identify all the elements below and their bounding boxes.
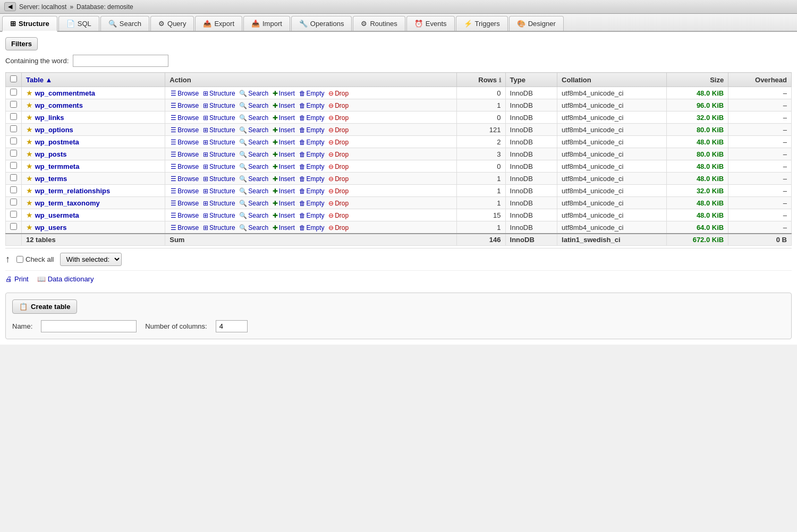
table-name-link-4[interactable]: wp_postmeta bbox=[35, 138, 79, 146]
drop-btn-9[interactable]: ⊖Drop bbox=[327, 200, 350, 207]
search-btn-1[interactable]: 🔍Search bbox=[238, 102, 269, 109]
row-checkbox-3[interactable] bbox=[10, 125, 17, 132]
check-all-label[interactable]: Check all bbox=[16, 255, 54, 263]
star-icon-5[interactable]: ★ bbox=[26, 150, 33, 158]
structure-btn-10[interactable]: ⊞Structure bbox=[202, 212, 236, 219]
insert-btn-2[interactable]: ✚Insert bbox=[272, 114, 296, 122]
drop-btn-7[interactable]: ⊖Drop bbox=[327, 175, 350, 183]
star-icon-0[interactable]: ★ bbox=[26, 89, 33, 97]
structure-btn-9[interactable]: ⊞Structure bbox=[202, 200, 236, 207]
print-link[interactable]: 🖨 Print bbox=[5, 275, 29, 283]
insert-btn-0[interactable]: ✚Insert bbox=[272, 90, 296, 97]
browse-btn-2[interactable]: ☰Browse bbox=[169, 114, 200, 122]
search-btn-2[interactable]: 🔍Search bbox=[238, 114, 269, 122]
star-icon-4[interactable]: ★ bbox=[26, 138, 33, 146]
star-icon-1[interactable]: ★ bbox=[26, 101, 33, 109]
empty-btn-3[interactable]: 🗑Empty bbox=[298, 126, 326, 134]
empty-btn-5[interactable]: 🗑Empty bbox=[298, 151, 326, 158]
insert-btn-6[interactable]: ✚Insert bbox=[272, 163, 296, 170]
with-selected-select[interactable]: With selected:BrowseStructureSearchEmpty… bbox=[60, 253, 122, 266]
insert-btn-8[interactable]: ✚Insert bbox=[272, 187, 296, 195]
search-btn-0[interactable]: 🔍Search bbox=[238, 90, 269, 97]
empty-btn-0[interactable]: 🗑Empty bbox=[298, 90, 326, 97]
browse-btn-10[interactable]: ☰Browse bbox=[169, 212, 200, 219]
drop-btn-1[interactable]: ⊖Drop bbox=[327, 102, 350, 109]
insert-btn-1[interactable]: ✚Insert bbox=[272, 102, 296, 109]
drop-btn-0[interactable]: ⊖Drop bbox=[327, 90, 350, 97]
table-name-link-6[interactable]: wp_termmeta bbox=[35, 162, 80, 170]
search-btn-11[interactable]: 🔍Search bbox=[238, 224, 269, 231]
nav-tab-sql[interactable]: 📄SQL bbox=[58, 16, 99, 31]
empty-btn-4[interactable]: 🗑Empty bbox=[298, 139, 326, 146]
nav-tab-designer[interactable]: 🎨Designer bbox=[509, 16, 564, 31]
table-name-link-11[interactable]: wp_users bbox=[35, 224, 67, 231]
table-name-input[interactable] bbox=[41, 320, 137, 332]
insert-btn-11[interactable]: ✚Insert bbox=[272, 224, 296, 231]
star-icon-11[interactable]: ★ bbox=[26, 223, 33, 231]
star-icon-3[interactable]: ★ bbox=[26, 125, 33, 134]
empty-btn-9[interactable]: 🗑Empty bbox=[298, 200, 326, 207]
structure-btn-6[interactable]: ⊞Structure bbox=[202, 163, 236, 170]
filter-input[interactable] bbox=[73, 55, 168, 67]
browse-btn-5[interactable]: ☰Browse bbox=[169, 151, 200, 158]
insert-btn-5[interactable]: ✚Insert bbox=[272, 151, 296, 158]
search-btn-3[interactable]: 🔍Search bbox=[238, 126, 269, 134]
nav-tab-export[interactable]: 📤Export bbox=[195, 16, 242, 31]
empty-btn-2[interactable]: 🗑Empty bbox=[298, 114, 326, 122]
structure-btn-11[interactable]: ⊞Structure bbox=[202, 224, 236, 231]
nav-tab-operations[interactable]: 🔧Operations bbox=[291, 16, 352, 31]
empty-btn-11[interactable]: 🗑Empty bbox=[298, 224, 326, 231]
empty-btn-8[interactable]: 🗑Empty bbox=[298, 187, 326, 195]
row-checkbox-1[interactable] bbox=[10, 101, 17, 108]
drop-btn-5[interactable]: ⊖Drop bbox=[327, 151, 350, 158]
drop-btn-6[interactable]: ⊖Drop bbox=[327, 163, 350, 170]
star-icon-8[interactable]: ★ bbox=[26, 186, 33, 195]
nav-tab-structure[interactable]: ⊞Structure bbox=[2, 16, 57, 32]
nav-tab-routines[interactable]: ⚙Routines bbox=[353, 16, 405, 31]
nav-tab-search[interactable]: 🔍Search bbox=[100, 16, 149, 31]
star-icon-2[interactable]: ★ bbox=[26, 113, 33, 122]
insert-btn-3[interactable]: ✚Insert bbox=[272, 126, 296, 134]
row-checkbox-6[interactable] bbox=[10, 162, 17, 169]
browse-btn-7[interactable]: ☰Browse bbox=[169, 175, 200, 183]
search-btn-8[interactable]: 🔍Search bbox=[238, 187, 269, 195]
browse-btn-6[interactable]: ☰Browse bbox=[169, 163, 200, 170]
nav-tab-import[interactable]: 📥Import bbox=[243, 16, 290, 31]
browse-btn-4[interactable]: ☰Browse bbox=[169, 139, 200, 146]
insert-btn-4[interactable]: ✚Insert bbox=[272, 139, 296, 146]
table-name-link-0[interactable]: wp_commentmeta bbox=[35, 89, 95, 97]
structure-btn-0[interactable]: ⊞Structure bbox=[202, 90, 236, 97]
browse-btn-9[interactable]: ☰Browse bbox=[169, 200, 200, 207]
drop-btn-8[interactable]: ⊖Drop bbox=[327, 187, 350, 195]
row-checkbox-2[interactable] bbox=[10, 113, 17, 120]
star-icon-7[interactable]: ★ bbox=[26, 174, 33, 183]
table-name-link-3[interactable]: wp_options bbox=[35, 126, 73, 134]
row-checkbox-11[interactable] bbox=[10, 223, 17, 230]
search-btn-6[interactable]: 🔍Search bbox=[238, 163, 269, 170]
empty-btn-1[interactable]: 🗑Empty bbox=[298, 102, 326, 109]
table-name-link-1[interactable]: wp_comments bbox=[35, 101, 83, 109]
row-checkbox-4[interactable] bbox=[10, 138, 17, 144]
data-dictionary-link[interactable]: 📖 Data dictionary bbox=[37, 275, 94, 283]
insert-btn-7[interactable]: ✚Insert bbox=[272, 175, 296, 183]
table-name-link-2[interactable]: wp_links bbox=[35, 114, 64, 122]
nav-tab-events[interactable]: ⏰Events bbox=[406, 16, 455, 31]
empty-btn-6[interactable]: 🗑Empty bbox=[298, 163, 326, 170]
drop-btn-11[interactable]: ⊖Drop bbox=[327, 224, 350, 231]
table-name-link-8[interactable]: wp_term_relationships bbox=[35, 187, 111, 195]
structure-btn-8[interactable]: ⊞Structure bbox=[202, 187, 236, 195]
drop-btn-10[interactable]: ⊖Drop bbox=[327, 212, 350, 219]
nav-tab-triggers[interactable]: ⚡Triggers bbox=[456, 16, 508, 31]
search-btn-9[interactable]: 🔍Search bbox=[238, 200, 269, 207]
empty-btn-10[interactable]: 🗑Empty bbox=[298, 212, 326, 219]
search-btn-4[interactable]: 🔍Search bbox=[238, 139, 269, 146]
check-all-checkbox[interactable] bbox=[16, 256, 23, 263]
search-btn-10[interactable]: 🔍Search bbox=[238, 212, 269, 219]
select-all-checkbox[interactable] bbox=[10, 75, 17, 82]
structure-btn-1[interactable]: ⊞Structure bbox=[202, 102, 236, 109]
table-name-link-5[interactable]: wp_posts bbox=[35, 150, 67, 158]
star-icon-9[interactable]: ★ bbox=[26, 199, 33, 207]
browse-btn-11[interactable]: ☰Browse bbox=[169, 224, 200, 231]
browse-btn-3[interactable]: ☰Browse bbox=[169, 126, 200, 134]
back-button[interactable]: ◀ bbox=[4, 2, 16, 11]
